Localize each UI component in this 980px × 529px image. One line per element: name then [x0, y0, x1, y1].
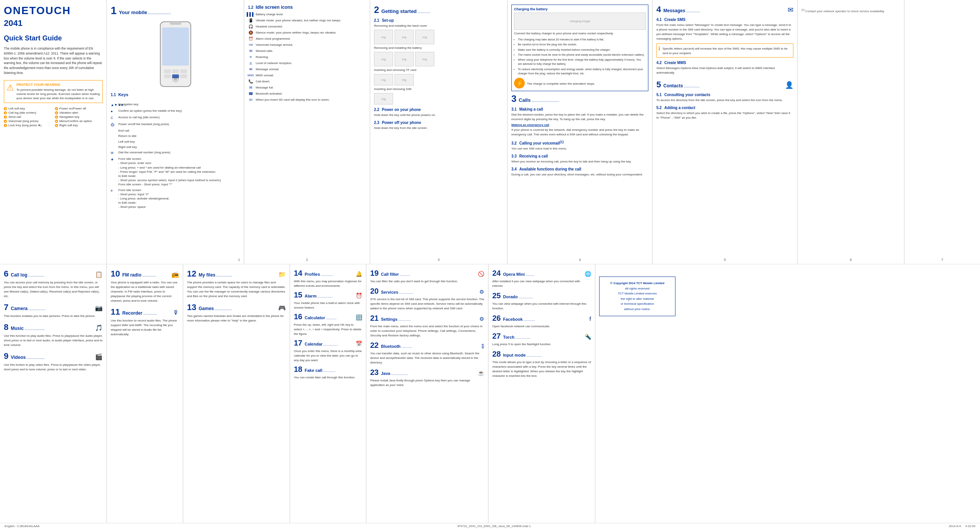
key-list: ● Left soft key ● Power on/Power off ● C… [4, 107, 103, 127]
page-num-1: 1 [238, 258, 240, 262]
myfiles-icon: 📁 [278, 271, 286, 278]
section-9-num: 9 [4, 351, 8, 361]
input-heading: 28 Input mode ................ [492, 350, 591, 359]
section-8-title: Music [11, 326, 24, 331]
key-item-10: ● Right soft key [55, 124, 103, 127]
music-heading: 8 Music ................... 🎵 [4, 322, 103, 332]
section-4-num: 4 [656, 5, 661, 14]
idle-desc-signal: Level of network reception. [256, 60, 366, 66]
page-num-5: 5 [724, 258, 726, 262]
calllog-heading: 6 Call log ............... 📋 [4, 269, 103, 279]
section-5-dots: ............... [684, 84, 700, 88]
page-8: 6 Call log ............... 📋 You can acc… [0, 264, 107, 529]
fb-heading: 26 Facebook ............ f [492, 314, 591, 323]
recorder-heading: 11 Recorder ............. 🎙 [111, 307, 179, 317]
section-3-title: Calls [519, 97, 530, 103]
section-9-dots: ................. [26, 355, 44, 360]
key-desc-confirm: Confirm an option (press the middle of t… [118, 109, 182, 113]
section-9-title: Videos [11, 355, 26, 360]
games-text: Two games named Sokoban and Snake are em… [187, 314, 286, 323]
myfiles-heading: 12 My files ............... 📁 [187, 269, 286, 279]
sub-33-num: 3.3 [511, 154, 517, 158]
page-num-4: 4 [579, 258, 581, 262]
protect-hearing-box: ⚠ PROTECT YOUR HEARING To prevent possib… [4, 80, 103, 103]
key-item-3: ● Call log (idle screen) [4, 111, 52, 114]
idle-title: Idle screen icons [256, 5, 293, 10]
section-21-dots: ............. [398, 318, 411, 322]
sub-33-title: Receiving a call [519, 154, 548, 158]
section-27-dots: ................ [515, 336, 530, 339]
calendar-icon: 📅 [356, 341, 362, 347]
key-entry-return: Return to idle [111, 134, 240, 138]
section-6-num: 6 [4, 269, 8, 279]
settings-text: From the main menu, select the menu icon… [370, 324, 484, 338]
key-entry-star: ★ From Idle screen - Short press: enter … [111, 157, 240, 187]
charging-bullets: The charging may take about 20 minutes t… [514, 37, 646, 76]
page-num-3: 3 [438, 258, 440, 262]
music-icon: 🎵 [95, 324, 103, 331]
idle-icon-signal: ||| [248, 60, 253, 66]
key-label-9: Lock Key (long press ★) [8, 124, 42, 127]
section-16-title: Calculator [305, 315, 325, 320]
top-half: ONETOUCH 2041 Quick Start Guide The mobi… [0, 0, 980, 264]
idle-desc-silence: Silence mode: your phone neither rings, … [256, 30, 366, 35]
sub-23-num: 2.3 [374, 121, 379, 125]
key-item-9: ● Lock Key (long press ★) [4, 124, 52, 127]
section-28-num: 28 [492, 350, 501, 359]
key-entry-voicemail: ✉ Dial the voicemail number (long press) [111, 150, 240, 156]
section-23-num: 23 [370, 368, 379, 377]
camera-icon: 📷 [95, 304, 103, 312]
power-on-section: 2.2 Power on your phone Hold down the ke… [374, 108, 503, 117]
section-15-dots: ................ [317, 294, 332, 298]
create-mms-section: 4.2 Create MMS Select Messages-Options-N… [656, 61, 793, 75]
calls-heading: 3 Calls ........................ [511, 93, 648, 104]
copyright-line5: or technical specification [603, 301, 671, 307]
tf-card-label: Inserting and removing TF card [374, 68, 503, 72]
add-contact-section: 5.2 Adding a contact Select the director… [656, 106, 793, 120]
section-23-dots: .................. [391, 372, 408, 376]
section-26-title: Facebook [503, 317, 522, 322]
emergency-call-link: Making an emergency call [511, 123, 648, 127]
footer-left: English - CJB184JALAAA [5, 524, 40, 528]
sub-52-title: Adding a contact [664, 106, 695, 110]
profiles-icon: 🔔 [356, 271, 362, 277]
sub-32-num: 3.2 [511, 141, 517, 145]
warning-icon: ⚠ [6, 83, 14, 93]
sub-22-num: 2.2 [374, 108, 379, 112]
idle-icon-sd: SD [248, 97, 253, 102]
section-3-dots: ........................ [531, 98, 559, 103]
key-dot-3: ● [4, 111, 7, 114]
section-26-num: 26 [492, 314, 501, 323]
key-entry-confirm: ● Confirm an option (press the middle of… [111, 109, 240, 114]
key-desc-star: From Idle screen - Short press: enter ze… [118, 157, 221, 187]
page-num-6: 6 [850, 258, 852, 262]
keys-title: Keys [118, 92, 128, 98]
page-num-7: 7 [941, 258, 943, 262]
sub-51-title: Consulting your contacts [664, 93, 711, 97]
section-12-num: 12 [187, 269, 196, 279]
section-22-num: 22 [370, 341, 379, 350]
fakecall-heading: 18 Fake call ............. [294, 365, 362, 374]
key-dot-4: ● [55, 111, 58, 114]
sub-23-title: Power off your phone [382, 121, 421, 125]
section-6-title: Call log [11, 272, 27, 278]
section-10-dots: ............. [142, 273, 156, 277]
key-entry-call-log: C Access to call log (idle screen) [111, 115, 240, 121]
idle-desc-missed: Missed calls. [256, 48, 366, 53]
page-7: 7 [904, 0, 980, 264]
key-label-2: Power on/Power off [60, 107, 86, 110]
section-15-num: 15 [294, 291, 302, 299]
battery-img-1: img [374, 52, 393, 66]
section-16-dots: ........... [326, 316, 337, 320]
section-18-num: 18 [294, 365, 302, 374]
footer-time: 4:32:00 [965, 524, 975, 528]
page-5: 4 Messages ............. ✉ 4.1 Create SM… [653, 0, 798, 264]
messages-heading: 4 Messages ............. ✉ [656, 5, 793, 14]
copyright-line2: All rights reserved [603, 286, 671, 291]
sub-23-text: Hold down the key from the idle screen. [374, 126, 503, 130]
page-13: 24 Opera Mini ......... 🌐 After installe… [488, 264, 595, 529]
tf-img-1: img [374, 74, 393, 85]
section-2-title: Getting started [381, 8, 416, 14]
camera-text: This function enables you to take pictur… [4, 314, 103, 318]
key-item-1: ● Left soft key [4, 107, 52, 110]
